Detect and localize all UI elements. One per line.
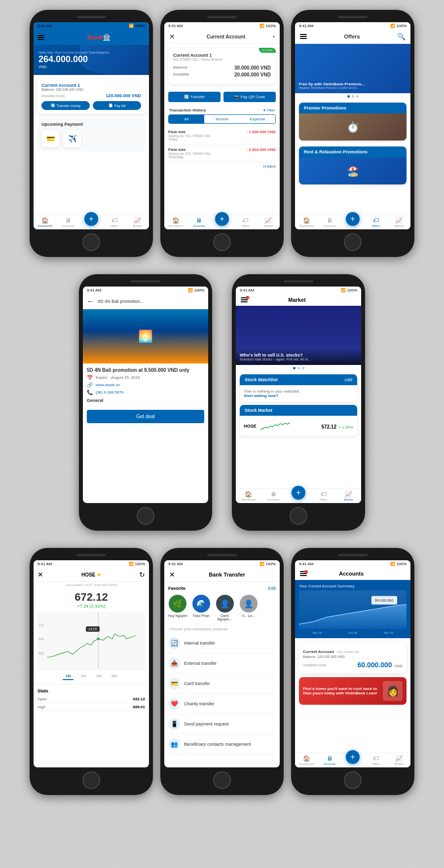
payment-request[interactable]: 📱 Send payment request <box>168 714 276 734</box>
nav-offers[interactable]: 🏷 Offers <box>103 215 126 229</box>
nav-offers[interactable]: 🏷 Offers <box>311 489 336 503</box>
dashboard-screen: 9:41 AM 📶 100% VietinBank🏦 <box>34 22 149 229</box>
favorite-contacts: 🌿 Huy Nguyen 🌊 Thao Phan 👤 Oanh Nguyen..… <box>168 595 276 621</box>
nav-add[interactable]: + <box>211 215 234 229</box>
chart-labels: Sep 26 Oct 26 Nov 26 <box>299 631 407 634</box>
market-hero: Who's left to sell U.S. stocks? Investor… <box>236 306 361 365</box>
watchlist-cta[interactable]: Start adding now? <box>244 394 353 398</box>
phone-row[interactable]: 📞 (08) 6 288 5678 <box>87 390 204 395</box>
website-row[interactable]: 🔗 www.deals.vn <box>87 382 204 388</box>
home-button[interactable] <box>290 507 307 525</box>
nav-dashboard[interactable]: 🏠 Dashboard <box>295 753 318 767</box>
charity-transfer[interactable]: ❤️ Charity transfer <box>168 694 276 714</box>
nav-dashboard[interactable]: 🏠 Dashboard <box>295 215 318 229</box>
refresh-button[interactable]: ↻ <box>139 571 145 579</box>
add-button[interactable]: + <box>346 750 360 764</box>
home-icon: 🏠 <box>303 217 310 224</box>
page-title: Current Account <box>179 34 273 39</box>
tab-2m[interactable]: 2M <box>93 673 105 680</box>
stock-detail-screen: 9:41 AM 📶100% ✕ HOSE ★ ↻ Last updated: 1… <box>34 560 149 767</box>
nav-accounts[interactable]: 🖥 Accounts <box>318 753 341 767</box>
home-button[interactable] <box>137 507 154 525</box>
nav-accounts[interactable]: 🖥 Accounts <box>57 215 80 229</box>
page-title: Market <box>288 297 305 303</box>
nav-offers[interactable]: 🏷 Offers <box>233 215 257 229</box>
favorite-contact-v[interactable]: 👤 V... La... <box>240 595 258 621</box>
nav-market[interactable]: 📈 Market <box>387 215 410 229</box>
back-button[interactable]: ← <box>87 297 95 306</box>
tab-expense[interactable]: Expense <box>240 115 275 123</box>
nav-add[interactable]: + <box>80 215 103 229</box>
nav-accounts[interactable]: 🖥 Accounts <box>318 215 341 229</box>
external-transfer[interactable]: 📤 External transfer <box>168 653 276 674</box>
tab-1d[interactable]: 1D <box>63 673 74 680</box>
home-button[interactable] <box>344 771 362 789</box>
home-button[interactable] <box>82 233 100 251</box>
nav-offers[interactable]: 🏷 Offers <box>364 215 387 229</box>
tab-1m[interactable]: 1M <box>77 673 89 680</box>
transfer-button[interactable]: 🔄 Transfer <box>168 92 221 102</box>
nav-accounts[interactable]: 🖥 Accounts <box>261 489 286 503</box>
menu-icon[interactable] <box>300 34 307 39</box>
filter-button[interactable]: ▼ Filter <box>263 108 275 112</box>
tab-3m[interactable]: 3M <box>109 673 120 680</box>
pay-bill-icon: 📄 <box>109 104 113 108</box>
transfer-button[interactable]: 🔄 Transfer money <box>41 101 90 110</box>
tab-income[interactable]: Income <box>204 115 240 123</box>
label: Dashboard <box>169 224 183 227</box>
nav-add[interactable]: + <box>286 489 311 503</box>
upcoming-item-1[interactable]: 💳 <box>41 130 59 147</box>
phone-number[interactable]: (08) 6 288 5678 <box>96 390 124 395</box>
relax-promotions-section[interactable]: Rest & Relaxation Promotions 🏖️ <box>299 146 407 184</box>
label: Accounts <box>324 224 336 227</box>
market-screen: 9:41 AM 📶100% Market <box>236 287 361 503</box>
nav-market[interactable]: 📈 Market <box>336 489 361 503</box>
nav-accounts[interactable]: 🖥 Accounts <box>187 215 211 229</box>
get-deal-button[interactable]: Get deal <box>87 410 204 423</box>
close-button[interactable]: ✕ <box>37 571 43 579</box>
search-icon[interactable]: 🔍 <box>397 33 406 40</box>
menu-icon[interactable] <box>37 35 44 40</box>
page-title: Offers <box>344 34 360 39</box>
label: Accounts <box>267 498 280 501</box>
pay-bill-button[interactable]: 📄 Pay bill <box>93 101 141 110</box>
nav-dashboard[interactable]: 🏠 Dashboard <box>236 489 261 503</box>
add-button[interactable]: + <box>215 212 229 226</box>
favorite-contact-thao[interactable]: 🌊 Thao Phan <box>192 595 210 621</box>
nav-add[interactable]: + <box>341 753 365 767</box>
add-button[interactable]: + <box>292 486 305 500</box>
nav-offers[interactable]: 🏷 Offers <box>364 753 387 767</box>
current-account-header: ✕ Current Account ▾ <box>164 30 280 44</box>
market-header: Market <box>236 294 361 306</box>
close-button[interactable]: ✕ <box>169 33 175 40</box>
hero-text: Free fly with VietinBank Premium... <box>299 82 365 86</box>
favorite-contact-huy[interactable]: 🌿 Huy Nguyen <box>168 595 187 621</box>
close-button[interactable]: ✕ <box>169 571 175 579</box>
website-link[interactable]: www.deals.vn <box>96 383 120 387</box>
nav-market[interactable]: 📈 Market <box>257 215 280 229</box>
pay-qr-button[interactable]: 📷 Pay QR Code <box>223 92 276 102</box>
tab-all[interactable]: All <box>169 115 204 123</box>
nav-dashboard[interactable]: 🏠 Dashboard <box>164 215 187 229</box>
beneficiary-management[interactable]: 👥 Beneficiary contacts management <box>168 734 276 755</box>
home-button[interactable] <box>213 233 231 251</box>
nav-market[interactable]: 📈 Market <box>126 215 149 229</box>
add-button[interactable]: + <box>84 212 98 226</box>
nav-market[interactable]: 📈 Market <box>387 753 410 767</box>
relax-image: 🏖️ <box>299 157 407 184</box>
star-icon[interactable]: ★ <box>97 572 101 578</box>
watchlist-add-button[interactable]: Add <box>344 377 352 382</box>
nav-dashboard[interactable]: 🏠 Dashboard <box>34 215 57 229</box>
nav-add[interactable]: + <box>341 215 365 229</box>
favorite-contact-oanh[interactable]: 👤 Oanh Nguyen... <box>215 595 235 621</box>
edit-button[interactable]: Edit <box>268 586 276 591</box>
add-button[interactable]: + <box>346 212 360 226</box>
home-button[interactable] <box>344 233 362 251</box>
home-button[interactable] <box>82 771 100 789</box>
home-button[interactable] <box>213 771 231 789</box>
contact-avatar: 👤 <box>240 595 258 613</box>
premier-promotions-section[interactable]: Premier Promotions ⏱️ <box>299 103 407 141</box>
upcoming-item-2[interactable]: ✈️ <box>63 130 81 147</box>
card-transfer[interactable]: 💳 Card transfer <box>168 674 276 694</box>
internal-transfer[interactable]: 🔄 Internal transfer <box>168 633 276 653</box>
